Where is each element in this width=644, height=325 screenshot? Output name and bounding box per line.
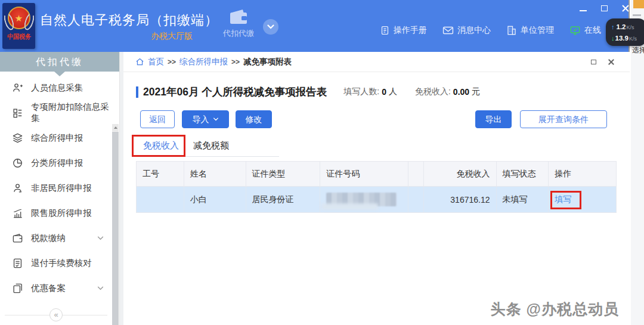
- close-icon[interactable]: [622, 5, 629, 12]
- sidebar-item-label: 专项附加扣除信息采集: [31, 101, 112, 124]
- tax-free-income-unit: 元: [472, 86, 480, 97]
- sidebar-item-refund-fee-check[interactable]: 退付手续费核对: [0, 250, 112, 276]
- cell-emp-no: [137, 187, 184, 212]
- sidebar-item-preferential-record[interactable]: 优惠备案: [0, 276, 112, 301]
- minimize-icon[interactable]: [580, 10, 587, 11]
- menu-label: 单位管理: [521, 25, 554, 36]
- person-add-icon: [12, 82, 23, 94]
- redacted-id-number: [326, 193, 397, 206]
- breadcrumb-separator: >>: [231, 58, 240, 66]
- title-accent-bar: [136, 86, 138, 98]
- scroll-up-arrow[interactable]: [112, 124, 119, 131]
- sidebar-item-special-deduction[interactable]: 专项附加扣除信息采集: [0, 100, 112, 125]
- triangle-up-icon: [114, 126, 117, 129]
- app-window: ★ 中国税务 自然人电子税务局（扣缴端） 办税大厅版 代扣代缴: [0, 0, 630, 325]
- col-id-number: 证件号码: [320, 162, 408, 186]
- report-table: 工号 姓名 证件类型 证件号码 免税收入 填写状态 操作 小白 居民身份证: [136, 161, 617, 213]
- tabs: 免税收入 减免税额: [136, 136, 279, 157]
- online-monitor-icon: [569, 25, 581, 36]
- edge-orange-block: [633, 0, 644, 8]
- cell-fill-status: 未填写: [497, 187, 549, 212]
- breadcrumb-separator: >>: [168, 58, 176, 66]
- maximize-icon[interactable]: [601, 5, 608, 11]
- sidebar-item-tax-payment[interactable]: 税款缴纳: [0, 225, 112, 250]
- menu-label: 在线: [584, 25, 601, 36]
- status-badge: 未填写: [503, 194, 528, 205]
- cell-id-number: [320, 187, 408, 212]
- network-speed-overlay: ↑ 1.2 K/s ↓ 13.9 K/s: [606, 18, 644, 46]
- sidebar-item-label: 非居民所得申报: [31, 182, 92, 194]
- chevron-down-icon[interactable]: [97, 286, 104, 290]
- sidebar-item-label: 分类所得申报: [31, 157, 83, 169]
- table-row[interactable]: 小白 居民身份证 316716.12 未填写 填写: [137, 187, 616, 213]
- menu-label: 消息中心: [457, 25, 491, 36]
- col-name: 姓名: [184, 162, 246, 186]
- top-header-bar: ★ 中国税务 自然人电子税务局（扣缴端） 办税大厅版 代扣代缴: [0, 0, 628, 52]
- logo-text: 中国税务: [7, 32, 31, 41]
- sidebar-scrollbar-thumb[interactable]: [112, 132, 119, 325]
- fill-action-link[interactable]: 填写: [555, 194, 571, 205]
- sidebar-header: 代扣代缴: [0, 52, 119, 72]
- breadcrumb-parent-link[interactable]: 综合所得申报: [179, 57, 228, 67]
- sidebar: 代扣代缴 人员信息采集 专项附加扣除信息采集 综合所得申报 分类所得申报: [0, 52, 120, 325]
- cell-id-type: 居民身份证: [246, 187, 321, 212]
- chevron-down-icon: [267, 24, 274, 29]
- download-speed-value: 13.9: [615, 33, 628, 44]
- tax-free-income-value: 0.00: [453, 87, 469, 97]
- chevron-down-icon[interactable]: [97, 236, 104, 240]
- screen: ★ 中国税务 自然人电子税务局（扣缴端） 办税大厅版 代扣代缴: [0, 0, 644, 325]
- back-button[interactable]: 返回: [140, 110, 175, 128]
- sidebar-item-classified-income[interactable]: 分类所得申报: [0, 150, 112, 175]
- modify-button[interactable]: 修改: [236, 110, 272, 128]
- restore-icon[interactable]: [591, 60, 596, 64]
- window-controls: [580, 4, 629, 13]
- person-icon: [12, 182, 23, 194]
- sidebar-item-restricted-shares[interactable]: 限售股所得申报: [0, 200, 112, 225]
- menu-online-status[interactable]: 在线: [569, 25, 601, 36]
- cell-spacer: [408, 187, 424, 212]
- breadcrumb: 首页 >> 综合所得申报 >> 减免事项附表: [123, 52, 630, 72]
- menu-message-center[interactable]: 消息中心: [442, 25, 491, 36]
- menu-operation-manual[interactable]: 操作手册: [380, 25, 427, 36]
- home-icon: [135, 57, 144, 66]
- content-area: 首页 >> 综合所得申报 >> 减免事项附表 2021年06月 个人所得税减免事…: [120, 52, 630, 325]
- tab-window-controls: [591, 52, 614, 72]
- download-arrow-icon: ↓: [611, 33, 615, 44]
- export-button[interactable]: 导出: [475, 110, 512, 128]
- sidebar-collapse-button[interactable]: «: [49, 308, 63, 321]
- cell-tax-free-income: 316716.12: [424, 187, 497, 212]
- menu-unit-management[interactable]: 单位管理: [506, 25, 554, 36]
- download-speed-unit: K/s: [629, 33, 637, 44]
- breadcrumb-current: 减免事项附表: [243, 57, 292, 67]
- pie-chart-icon: [12, 157, 23, 169]
- sidebar-item-personnel-info[interactable]: 人员信息采集: [0, 75, 112, 100]
- module-withholding[interactable]: 代扣代缴: [219, 8, 258, 39]
- doc-check-icon: [12, 258, 23, 269]
- col-emp-no: 工号: [137, 162, 184, 186]
- fill-count-label: 填写人数:: [343, 86, 379, 97]
- sidebar-item-label: 综合所得申报: [31, 132, 83, 144]
- sidebar-item-label: 退付手续费核对: [31, 258, 92, 269]
- breadcrumb-home-link[interactable]: 首页: [148, 57, 164, 67]
- table-header-row: 工号 姓名 证件类型 证件号码 免税收入 填写状态 操作: [137, 162, 616, 187]
- envelope-icon: [442, 26, 454, 35]
- report-panel: 2021年06月 个人所得税减免事项报告表 填写人数: 0 人 免税收入: 0.…: [123, 72, 630, 325]
- bar-chart-icon: [12, 208, 23, 219]
- sidebar-item-nonresident-income[interactable]: 非居民所得申报: [0, 175, 112, 200]
- wallet-icon: [228, 8, 249, 25]
- col-action: 操作: [549, 162, 616, 186]
- close-tab-icon[interactable]: [608, 59, 614, 65]
- fill-count-value: 0: [382, 87, 386, 97]
- tab-tax-free-income[interactable]: 免税收入: [136, 136, 186, 156]
- upload-arrow-icon: ↑: [611, 21, 615, 32]
- sidebar-item-comprehensive-income[interactable]: 综合所得申报: [0, 125, 112, 150]
- menu-label: 操作手册: [394, 25, 427, 36]
- app-subtitle: 办税大厅版: [151, 31, 193, 42]
- module-switch-button[interactable]: [263, 19, 278, 35]
- expand-query-button[interactable]: 展开查询条件: [520, 110, 607, 128]
- tab-tax-reduction[interactable]: 减免税额: [186, 136, 236, 156]
- top-menu: 操作手册 消息中心 单位管理 在线: [380, 25, 601, 36]
- sidebar-item-label: 税款缴纳: [31, 233, 66, 244]
- upload-speed-value: 1.2: [617, 21, 626, 32]
- import-button[interactable]: 导入: [182, 110, 229, 128]
